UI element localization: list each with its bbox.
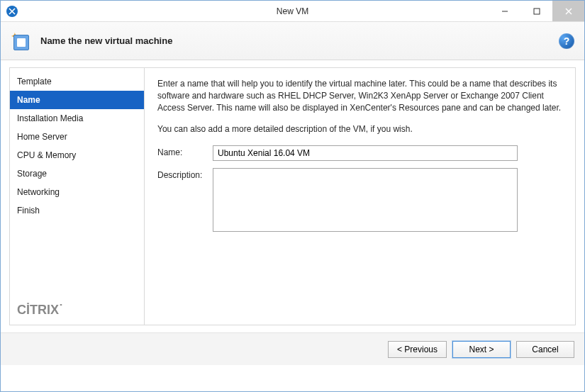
app-icon	[6, 6, 18, 17]
wizard-footer: < Previous Next > Cancel	[1, 332, 584, 365]
wizard-subtitle: Name the new virtual machine	[40, 35, 172, 46]
wizard-main: Enter a name that will help you to ident…	[144, 67, 576, 325]
next-button[interactable]: Next >	[452, 341, 511, 358]
description-input[interactable]	[213, 168, 518, 232]
sidebar-step-networking[interactable]: Networking	[10, 183, 144, 201]
svg-rect-3	[534, 9, 540, 14]
intro-paragraph-2: You can also add a more detailed descrip…	[157, 123, 562, 135]
window-controls	[489, 1, 584, 21]
wizard-sidebar: TemplateNameInstallation MediaHome Serve…	[9, 67, 144, 325]
maximize-button[interactable]	[520, 1, 552, 21]
titlebar: New VM	[1, 1, 584, 22]
wizard-icon: ✦	[11, 30, 32, 52]
minimize-button[interactable]	[489, 1, 520, 21]
wizard-header: ✦ Name the new virtual machine ?	[1, 22, 584, 60]
sidebar-step-finish[interactable]: Finish	[10, 201, 144, 220]
previous-button[interactable]: < Previous	[388, 341, 447, 358]
wizard-body: TemplateNameInstallation MediaHome Serve…	[1, 60, 584, 332]
help-button[interactable]: ?	[559, 33, 574, 49]
sidebar-step-storage[interactable]: Storage	[10, 164, 144, 183]
description-label: Description:	[157, 168, 213, 232]
sidebar-step-installation-media[interactable]: Installation Media	[10, 109, 144, 128]
sidebar-step-home-server[interactable]: Home Server	[10, 128, 144, 146]
name-label: Name:	[157, 145, 213, 161]
sidebar-step-name[interactable]: Name	[10, 91, 144, 109]
name-input[interactable]	[213, 145, 518, 161]
sidebar-step-cpu-memory[interactable]: CPU & Memory	[10, 146, 144, 164]
citrix-logo: CİTRIX˙	[17, 303, 63, 318]
cancel-button[interactable]: Cancel	[516, 341, 574, 358]
close-button[interactable]	[552, 1, 584, 21]
sidebar-step-template[interactable]: Template	[10, 72, 144, 91]
intro-paragraph-1: Enter a name that will help you to ident…	[157, 78, 562, 113]
